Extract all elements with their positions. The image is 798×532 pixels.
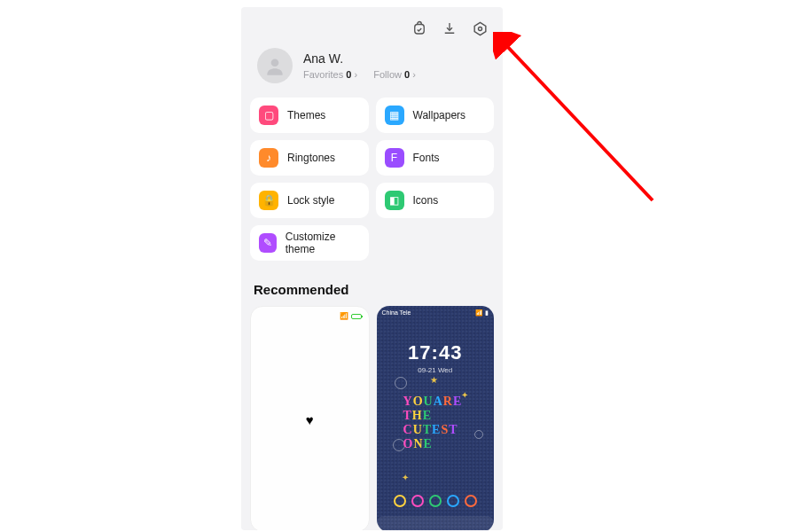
settings-icon[interactable] [471, 20, 489, 37]
svg-point-2 [478, 27, 481, 30]
app-screen: Ana W. Favorites 0 › Follow 0 › ▢Themes▦… [241, 7, 503, 530]
profile-name: Ana W. [303, 51, 416, 66]
fonts-icon: F [385, 148, 404, 168]
tile-ringtones[interactable]: ♪Ringtones [250, 140, 369, 176]
tile-themes[interactable]: ▢Themes [250, 98, 369, 133]
tile-label: Icons [413, 194, 439, 207]
heart-icon: ♥ [306, 411, 314, 426]
category-grid: ▢Themes▦Wallpapers♪RingtonesFFonts🔒Lock … [241, 98, 503, 273]
profile-row[interactable]: Ana W. Favorites 0 › Follow 0 › [241, 43, 503, 98]
lockscreen-clock: 17:43 09-21 Wed [377, 341, 495, 374]
statusbar: China Tele 📶 ▮ [382, 309, 489, 317]
statusbar: 📶 [340, 312, 362, 320]
bag-icon[interactable] [411, 20, 428, 37]
annotation-arrow [493, 32, 688, 227]
top-toolbar [241, 7, 503, 43]
download-icon[interactable] [441, 20, 458, 37]
theme-card-cutest[interactable]: China Tele 📶 ▮ 17:43 09-21 Wed ★✦✦ YOUAR… [377, 306, 495, 530]
tile-lockstyle[interactable]: 🔒Lock style [250, 183, 369, 218]
ringtones-icon: ♪ [259, 148, 278, 168]
theme-card-heart[interactable]: 📶 ♥ [250, 306, 370, 530]
themes-icon: ▢ [259, 106, 278, 125]
lockstyle-icon: 🔒 [259, 191, 278, 210]
tile-wallpapers[interactable]: ▦Wallpapers [376, 98, 495, 133]
svg-point-3 [271, 59, 279, 66]
profile-stats: Favorites 0 › Follow 0 › [303, 69, 416, 80]
tile-label: Lock style [287, 194, 334, 207]
tile-label: Wallpapers [413, 109, 466, 121]
tile-label: Fonts [413, 152, 440, 164]
svg-line-4 [504, 43, 653, 200]
recommended-heading: Recommended [241, 273, 503, 306]
cutest-text: YOUARETHECUTESTONE [403, 395, 463, 451]
tile-label: Customize theme [286, 231, 360, 255]
tile-label: Themes [287, 109, 325, 121]
svg-marker-1 [474, 22, 486, 35]
tile-customize[interactable]: ✎Customize theme [250, 225, 369, 261]
svg-rect-0 [415, 25, 425, 35]
avatar [257, 48, 293, 83]
icons-icon: ◧ [385, 191, 404, 210]
tile-label: Ringtones [287, 152, 335, 164]
smilie-row [377, 495, 495, 507]
wallpapers-icon: ▦ [385, 106, 404, 125]
customize-icon: ✎ [259, 233, 277, 253]
tile-fonts[interactable]: FFonts [376, 140, 495, 176]
recommended-cards: 📶 ♥ China Tele 📶 ▮ 17:43 09-21 Wed ★✦✦ Y… [241, 306, 503, 530]
tile-icons[interactable]: ◧Icons [376, 183, 495, 218]
